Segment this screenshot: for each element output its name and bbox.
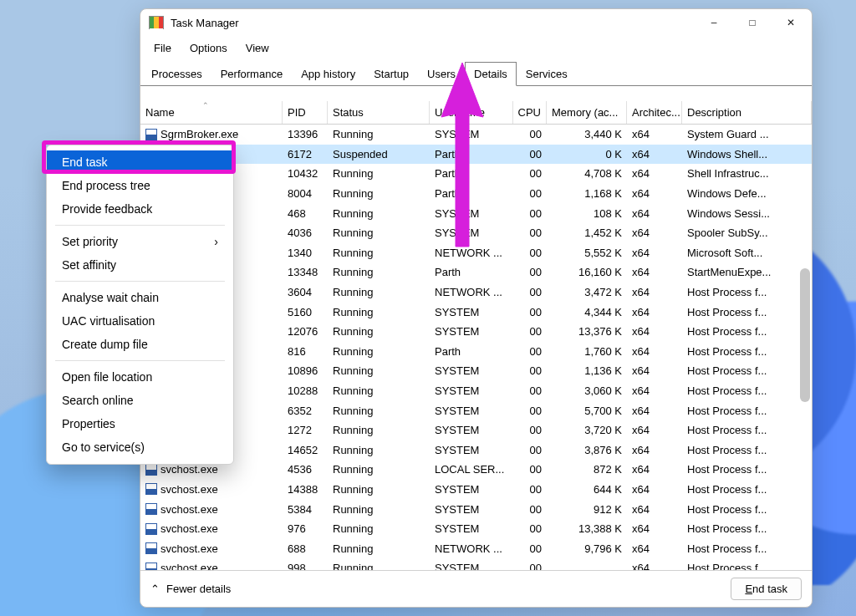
- menubar: File Options View: [140, 36, 812, 59]
- maximize-button[interactable]: □: [733, 11, 772, 34]
- process-cpu: 00: [513, 128, 547, 140]
- table-row[interactable]: ceHost.e...6172SuspendedParth000 Kx64Win…: [140, 145, 812, 165]
- tab-app-history[interactable]: App history: [292, 62, 364, 86]
- table-row[interactable]: svchost.exe14388RunningSYSTEM00644 Kx64H…: [140, 480, 812, 500]
- table-row[interactable]: 6352RunningSYSTEM005,700 Kx64Host Proces…: [140, 400, 812, 420]
- process-icon: [145, 464, 157, 476]
- process-user: Parth: [430, 167, 513, 180]
- table-row[interactable]: 468RunningSYSTEM00108 Kx64Windows Sessi.…: [140, 203, 812, 223]
- table-row[interactable]: svchost.exe5384RunningSYSTEM00912 Kx64Ho…: [140, 499, 812, 519]
- table-row[interactable]: svchost.exe688RunningNETWORK ...009,796 …: [140, 538, 812, 558]
- end-task-button[interactable]: End task: [731, 578, 802, 600]
- process-memory: 4,708 K: [547, 167, 627, 180]
- process-status: Running: [328, 325, 430, 338]
- col-status[interactable]: Status: [328, 101, 430, 124]
- process-desc: Host Process f...: [682, 424, 812, 436]
- process-arch: x64: [627, 405, 682, 417]
- menu-item-go-to-service-s-[interactable]: Go to service(s): [47, 435, 233, 459]
- tab-details[interactable]: Details: [465, 62, 517, 86]
- menu-item-provide-feedback[interactable]: Provide feedback: [47, 197, 233, 221]
- col-architecture[interactable]: Architec...: [627, 101, 682, 124]
- table-row[interactable]: svchost.exe976RunningSYSTEM0013,388 Kx64…: [140, 519, 812, 539]
- menu-item-uac-virtualisation[interactable]: UAC virtualisation: [47, 309, 233, 333]
- process-user: SYSTEM: [430, 503, 513, 516]
- table-row[interactable]: 10288RunningSYSTEM003,060 Kx64Host Proce…: [140, 381, 812, 401]
- menu-item-open-file-location[interactable]: Open file location: [47, 365, 233, 389]
- process-arch: x64: [627, 247, 682, 259]
- table-row[interactable]: 12076RunningSYSTEM0013,376 Kx64Host Proc…: [140, 322, 812, 342]
- tab-startup[interactable]: Startup: [364, 62, 418, 86]
- table-row[interactable]: 816RunningParth001,760 Kx64Host Process …: [140, 342, 812, 362]
- col-description[interactable]: Description: [682, 101, 812, 124]
- process-cpu: 00: [513, 542, 547, 555]
- process-user: SYSTEM: [430, 562, 513, 570]
- app-icon: [149, 16, 164, 29]
- table-row[interactable]: 1340RunningNETWORK ...005,552 Kx64Micros…: [140, 243, 812, 263]
- process-arch: x64: [627, 542, 682, 555]
- process-user: SYSTEM: [430, 444, 513, 456]
- menu-item-set-priority[interactable]: Set priority›: [47, 230, 233, 253]
- process-cpu: 00: [513, 306, 547, 318]
- process-memory: 3,060 K: [547, 384, 627, 397]
- menu-view[interactable]: View: [237, 38, 278, 58]
- menu-item-analyse-wait-chain[interactable]: Analyse wait chain: [47, 286, 233, 309]
- close-button[interactable]: ✕: [772, 11, 810, 34]
- col-cpu[interactable]: CPU: [513, 101, 547, 124]
- process-user: SYSTEM: [430, 384, 513, 397]
- table-row[interactable]: 10896RunningSYSTEM001,136 Kx64Host Proce…: [140, 361, 812, 381]
- process-desc: System Guard ...: [682, 128, 812, 140]
- table-row[interactable]: 10432RunningParth004,708 Kx64Shell Infra…: [140, 164, 812, 184]
- process-cpu: 00: [513, 148, 547, 160]
- task-manager-window: Task Manager – □ ✕ File Options View Pro…: [140, 8, 813, 608]
- scrollbar-thumb[interactable]: [800, 268, 810, 402]
- process-desc: Host Process f...: [682, 444, 812, 456]
- process-cpu: 00: [513, 424, 547, 436]
- table-row[interactable]: 4036RunningSYSTEM001,452 Kx64Spooler Sub…: [140, 223, 812, 243]
- table-row[interactable]: 14652RunningSYSTEM003,876 Kx64Host Proce…: [140, 440, 812, 461]
- details-grid: ⌃ Name PID Status Username CPU Memory (a…: [140, 101, 812, 570]
- minimize-button[interactable]: –: [695, 11, 733, 34]
- menu-item-properties[interactable]: Properties: [47, 412, 233, 435]
- process-memory: 13,388 K: [547, 522, 627, 535]
- process-status: Running: [328, 405, 430, 417]
- tab-services[interactable]: Services: [517, 62, 577, 86]
- menu-item-create-dump-file[interactable]: Create dump file: [47, 333, 233, 356]
- process-desc: Host Process f...: [682, 503, 812, 516]
- process-name: SgrmBroker.exe: [160, 128, 238, 140]
- process-cpu: 00: [513, 405, 547, 417]
- tab-performance[interactable]: Performance: [211, 62, 292, 86]
- process-arch: x64: [627, 227, 682, 239]
- table-row[interactable]: SgrmBroker.exe13396RunningSYSTEM003,440 …: [140, 125, 812, 145]
- menu-item-end-process-tree[interactable]: End process tree: [47, 174, 233, 197]
- menu-item-search-online[interactable]: Search online: [47, 389, 233, 412]
- process-pid: 10896: [283, 364, 328, 377]
- process-desc: Host Process f...: [682, 364, 812, 377]
- menu-item-set-affinity[interactable]: Set affinity: [47, 253, 233, 277]
- process-status: Running: [328, 187, 430, 200]
- process-pid: 1272: [283, 424, 328, 436]
- tab-users[interactable]: Users: [418, 62, 465, 86]
- col-name[interactable]: Name: [140, 101, 283, 124]
- table-row[interactable]: svchost.exe998RunningSYSTEM00x64Host Pro…: [140, 558, 812, 570]
- process-desc: Host Process f...: [682, 522, 812, 535]
- menu-item-end-task[interactable]: End task: [47, 150, 233, 174]
- menu-options[interactable]: Options: [181, 38, 236, 58]
- table-row[interactable]: .exe8004RunningParth001,168 Kx64Windows …: [140, 184, 812, 204]
- table-row[interactable]: 3604RunningNETWORK ...003,472 Kx64Host P…: [140, 283, 812, 303]
- process-pid: 976: [283, 522, 328, 535]
- table-row[interactable]: erience...13348RunningParth0016,160 Kx64…: [140, 262, 812, 283]
- tab-processes[interactable]: Processes: [142, 62, 211, 86]
- chevron-right-icon: ›: [214, 235, 218, 248]
- menu-file[interactable]: File: [145, 38, 180, 58]
- fewer-details-button[interactable]: ⌃ Fewer details: [150, 583, 231, 595]
- col-memory[interactable]: Memory (ac...: [547, 101, 627, 124]
- process-status: Running: [328, 562, 430, 570]
- menu-item-label: Properties: [62, 417, 115, 430]
- table-row[interactable]: svchost.exe4536RunningLOCAL SER...00872 …: [140, 460, 812, 480]
- process-icon: [145, 483, 157, 495]
- table-row[interactable]: 1272RunningSYSTEM003,720 Kx64Host Proces…: [140, 420, 812, 440]
- table-row[interactable]: 5160RunningSYSTEM004,344 Kx64Host Proces…: [140, 302, 812, 322]
- process-arch: x64: [627, 167, 682, 180]
- col-pid[interactable]: PID: [283, 101, 328, 124]
- col-username[interactable]: Username: [430, 101, 513, 124]
